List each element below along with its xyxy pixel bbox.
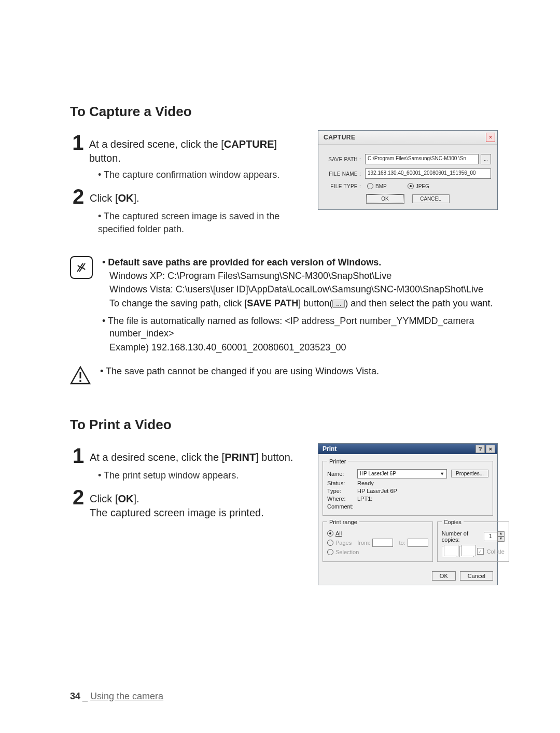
page-footer: 34_ Using the camera (70, 691, 163, 702)
printer-name-select[interactable]: HP LaserJet 6P▼ (357, 469, 447, 478)
file-type-label: FILE TYPE : (325, 184, 361, 189)
capture-step2-text: Click [OK]. (90, 191, 139, 205)
status-value: Ready (357, 480, 374, 486)
note-body: Default save paths are provided for each… (102, 256, 498, 355)
save-path-label: SAVE PATH : (325, 157, 361, 162)
collate-pages-icon (459, 546, 474, 557)
where-value: LPT1: (357, 496, 372, 502)
step-number-1: 1 (70, 132, 86, 153)
radio-pages[interactable]: Pages from: to: (327, 539, 428, 547)
copies-label: Number of copies: (442, 530, 481, 543)
where-label: Where: (327, 496, 357, 502)
close-icon[interactable]: × (486, 445, 495, 453)
close-icon[interactable]: × (486, 133, 495, 142)
properties-button[interactable]: Properties... (451, 470, 488, 477)
status-label: Status: (327, 480, 357, 486)
comment-label: Comment: (327, 503, 357, 510)
type-value: HP LaserJet 6P (357, 488, 397, 494)
warning-icon (70, 365, 91, 386)
print-dialog-title: Print (323, 445, 337, 453)
print-cancel-button[interactable]: Cancel (460, 571, 493, 581)
capture-step1-text: At a desired scene, click the [CAPTURE] … (89, 137, 302, 165)
collate-checkbox[interactable]: ✓ (477, 548, 484, 555)
print-step2-text: Click [OK]. The captured screen image is… (90, 492, 264, 520)
note-icon (70, 256, 93, 279)
print-range-group: Print range (327, 519, 359, 525)
capture-dialog-title: CAPTURE (324, 134, 356, 141)
help-icon[interactable]: ? (475, 445, 485, 453)
svg-point-2 (79, 380, 81, 382)
pages-to-input[interactable] (408, 539, 428, 547)
step-number-2: 2 (70, 186, 87, 207)
file-name-label: FILE NAME : (325, 171, 361, 177)
chevron-down-icon: ▼ (440, 471, 444, 476)
print-dialog: Print ? × Printer Name: HP LaserJet 6P▼ … (318, 443, 498, 585)
browse-button[interactable]: ... (481, 154, 491, 164)
radio-selection[interactable]: Selection (327, 549, 428, 555)
printer-name-label: Name: (327, 471, 357, 477)
file-name-field[interactable]: 192.168.130.40_60001_20080601_191956_00 (365, 168, 491, 179)
type-label: Type: (327, 488, 357, 494)
save-path-field[interactable]: C:\Program Files\Samsung\SNC-M300 \Sn (365, 154, 479, 164)
copies-spinner[interactable]: 1 ▲▼ (484, 531, 505, 542)
print-step-number-1: 1 (70, 445, 87, 466)
print-ok-button[interactable]: OK (432, 571, 456, 581)
pages-from-input[interactable] (372, 539, 393, 547)
ok-button[interactable]: OK (367, 194, 404, 203)
heading-capture: To Capture a Video (70, 104, 498, 120)
collate-pages-icon (442, 546, 456, 557)
capture-step1-sub: The capture confirmation window appears. (98, 170, 279, 180)
copies-group: Copies (442, 519, 464, 525)
heading-print: To Print a Video (70, 417, 498, 433)
cancel-button[interactable]: CANCEL (412, 194, 450, 203)
print-step-number-2: 2 (70, 487, 87, 508)
radio-bmp[interactable]: BMP (367, 183, 387, 189)
inline-browse-icon: ... (332, 300, 345, 308)
printer-group-label: Printer (327, 458, 348, 464)
print-step1-text: At a desired scene, click the [PRINT] bu… (90, 450, 293, 464)
collate-row[interactable]: ✓ Collate (442, 546, 505, 557)
capture-dialog: CAPTURE × SAVE PATH : C:\Program Files\S… (318, 130, 498, 210)
warning-body: The save path cannot be changed if you a… (100, 365, 379, 378)
radio-all[interactable]: All (327, 530, 428, 537)
print-step1-sub: The print setup window appears. (98, 470, 239, 481)
radio-jpeg[interactable]: JPEG (408, 183, 429, 189)
capture-step2-sub: The captured screen image is saved in th… (98, 211, 279, 234)
